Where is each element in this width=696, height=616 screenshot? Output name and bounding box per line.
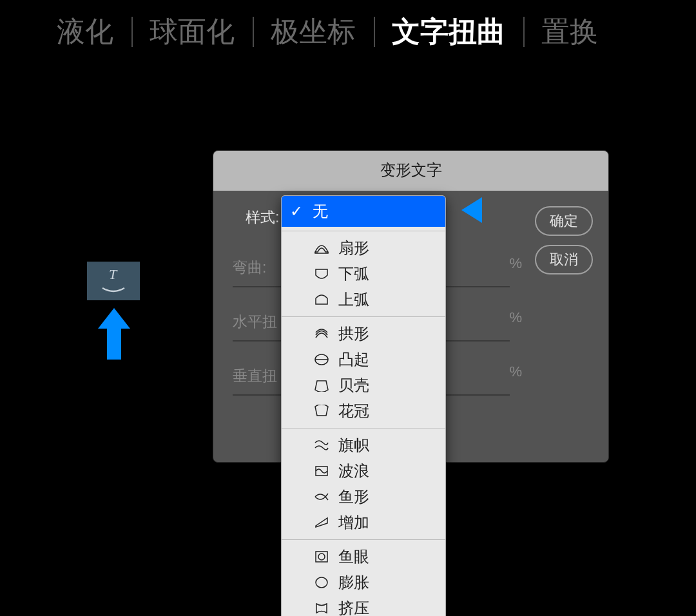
warp-text-tool-icon[interactable]: T [87,262,140,300]
dropdown-item-label: 鱼形 [338,486,369,507]
top-tabs: 液化 球面化 极坐标 文字扭曲 置换 [0,0,696,64]
rise-icon [313,514,331,531]
dropdown-item-arc-lower[interactable]: 下弧 [282,261,445,287]
shell-upper-icon [313,403,331,419]
squeeze-icon [313,600,331,616]
dropdown-item-label: 鱼眼 [338,546,369,567]
dropdown-item-label: 无 [313,201,328,222]
dropdown-divider [282,428,445,428]
vertical-distort-unit: % [509,363,522,380]
bend-label: 弯曲: [233,259,266,276]
horizontal-distort-label: 水平扭 [233,313,277,330]
tab-liquify[interactable]: 液化 [39,13,131,51]
horizontal-distort-unit: % [509,309,522,326]
dropdown-item-flag[interactable]: 旗帜 [282,432,445,458]
dropdown-item-shell-lower[interactable]: 贝壳 [282,372,445,398]
style-dropdown[interactable]: ✓ 无 扇形 下弧 上弧 拱形 凸起 [281,195,446,616]
svg-text:T: T [109,267,118,282]
bulge-icon [313,351,331,368]
dropdown-divider [282,231,445,231]
dropdown-item-rise[interactable]: 增加 [282,510,445,535]
tab-text-warp[interactable]: 文字扭曲 [374,13,523,51]
dropdown-divider [282,316,445,317]
dropdown-item-label: 凸起 [338,349,369,370]
dialog-buttons: 确定 取消 [535,206,593,274]
style-label: 样式: [246,207,279,227]
dropdown-item-fisheye[interactable]: 鱼眼 [282,544,445,570]
ok-button[interactable]: 确定 [535,206,593,236]
dropdown-item-label: 花冠 [338,401,369,421]
dropdown-item-label: 挤压 [338,598,369,616]
inflate-icon [313,574,331,591]
tab-displace[interactable]: 置换 [523,13,616,51]
dropdown-item-label: 拱形 [338,323,369,344]
fish-icon [313,488,331,505]
dropdown-item-wave[interactable]: 波浪 [282,458,445,484]
arc-upper-icon [313,291,331,308]
dropdown-divider [282,539,445,540]
svg-point-5 [318,553,325,560]
fisheye-icon [313,548,331,565]
dropdown-item-fish[interactable]: 鱼形 [282,484,445,510]
arc-icon [313,240,331,256]
tab-polar[interactable]: 极坐标 [253,13,374,51]
dropdown-item-bulge[interactable]: 凸起 [282,347,445,372]
cancel-button[interactable]: 取消 [535,245,593,274]
dropdown-item-arc-upper[interactable]: 上弧 [282,287,445,313]
dropdown-item-shell-upper[interactable]: 花冠 [282,398,445,424]
dropdown-item-arch[interactable]: 拱形 [282,321,445,347]
dialog-title: 变形文字 [213,151,608,191]
dropdown-item-label: 扇形 [338,238,369,258]
dropdown-item-label: 下弧 [338,264,369,284]
dropdown-item-label: 贝壳 [338,375,369,396]
dropdown-item-label: 膨胀 [338,572,369,593]
arc-lower-icon [313,265,331,282]
dropdown-item-label: 增加 [338,512,369,533]
dropdown-item-label: 上弧 [338,289,369,310]
dropdown-item-arc[interactable]: 扇形 [282,235,445,261]
bend-unit: % [509,255,522,272]
flag-icon [313,437,331,454]
dropdown-item-none[interactable]: ✓ 无 [282,196,445,227]
tab-spherize[interactable]: 球面化 [131,13,253,51]
svg-point-6 [316,577,327,588]
vertical-distort-label: 垂直扭 [233,367,277,384]
arch-icon [313,325,331,342]
dropdown-item-squeeze[interactable]: 挤压 [282,595,445,616]
shell-lower-icon [313,377,331,394]
check-icon: ✓ [288,202,305,220]
pointer-arrow-up-icon [98,308,130,360]
pointer-arrow-left-icon [461,197,482,223]
dropdown-item-label: 波浪 [338,461,369,481]
dropdown-item-label: 旗帜 [338,435,369,456]
wave-icon [313,463,331,479]
dropdown-item-inflate[interactable]: 膨胀 [282,570,445,595]
